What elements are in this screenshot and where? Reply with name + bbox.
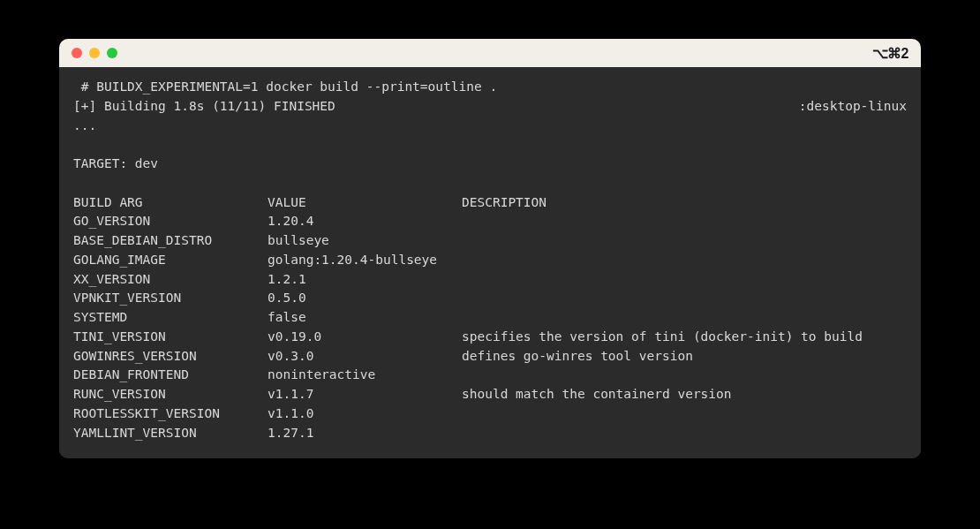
cell-description: should match the containerd version: [462, 385, 907, 404]
blank-line: [73, 174, 907, 193]
table-row: RUNC_VERSIONv1.1.7should match the conta…: [73, 385, 907, 404]
table-row: ROOTLESSKIT_VERSIONv1.1.0: [73, 404, 907, 424]
table-row: GOLANG_IMAGEgolang:1.20.4-bullseye: [73, 251, 907, 270]
blank-line: [73, 135, 907, 155]
terminal-body[interactable]: # BUILDX_EXPERIMENTAL=1 docker build --p…: [59, 67, 921, 458]
cell-description: [462, 289, 907, 308]
table-row: TINI_VERSIONv0.19.0specifies the version…: [73, 328, 907, 347]
close-icon[interactable]: [72, 48, 82, 58]
table-row: GOWINRES_VERSIONv0.3.0defines go-winres …: [73, 347, 907, 367]
cell-description: [462, 424, 907, 443]
cell-arg: XX_VERSION: [73, 270, 268, 290]
cell-arg: RUNC_VERSION: [73, 385, 268, 404]
ellipsis-line: ...: [73, 117, 907, 136]
cell-value: false: [268, 308, 462, 328]
cell-value: 0.5.0: [268, 289, 462, 308]
cell-description: [462, 212, 907, 231]
command-line: # BUILDX_EXPERIMENTAL=1 docker build --p…: [73, 78, 907, 97]
header-arg: BUILD ARG: [73, 193, 268, 213]
cell-arg: ROOTLESSKIT_VERSION: [73, 404, 268, 424]
titlebar[interactable]: ⌥⌘2: [59, 39, 921, 67]
table-row: BASE_DEBIAN_DISTRObullseye: [73, 231, 907, 251]
traffic-lights: [72, 48, 117, 58]
table-header-row: BUILD ARG VALUE DESCRIPTION: [73, 193, 907, 213]
header-description: DESCRIPTION: [462, 193, 907, 213]
build-status-left: [+] Building 1.8s (11/11) FINISHED: [73, 97, 335, 117]
cell-value: v0.19.0: [268, 328, 462, 347]
cell-arg: GOLANG_IMAGE: [73, 251, 268, 270]
cell-description: [462, 231, 907, 251]
cell-value: noninteractive: [268, 366, 462, 385]
cell-value: 1.27.1: [268, 424, 462, 443]
cell-arg: SYSTEMD: [73, 308, 268, 328]
cell-description: [462, 270, 907, 290]
titlebar-shortcut: ⌥⌘2: [872, 45, 908, 62]
cell-arg: TINI_VERSION: [73, 328, 268, 347]
cell-arg: BASE_DEBIAN_DISTRO: [73, 231, 268, 251]
cell-description: specifies the version of tini (docker-in…: [462, 328, 907, 347]
minimize-icon[interactable]: [89, 48, 100, 58]
cell-value: v0.3.0: [268, 347, 462, 367]
terminal-window: ⌥⌘2 # BUILDX_EXPERIMENTAL=1 docker build…: [59, 39, 921, 458]
cell-description: [462, 251, 907, 270]
cell-arg: VPNKIT_VERSION: [73, 289, 268, 308]
cell-value: bullseye: [268, 231, 462, 251]
cell-description: [462, 366, 907, 385]
table-row: YAMLLINT_VERSION1.27.1: [73, 424, 907, 443]
cell-description: [462, 308, 907, 328]
table-row: XX_VERSION1.2.1: [73, 270, 907, 290]
cell-arg: GO_VERSION: [73, 212, 268, 231]
cell-value: 1.20.4: [268, 212, 462, 231]
cell-arg: GOWINRES_VERSION: [73, 347, 268, 367]
cell-value: 1.2.1: [268, 270, 462, 290]
table-row: SYSTEMDfalse: [73, 308, 907, 328]
build-status-right: :desktop-linux: [799, 97, 907, 117]
target-line: TARGET: dev: [73, 155, 907, 174]
table-row: GO_VERSION1.20.4: [73, 212, 907, 231]
cell-arg: DEBIAN_FRONTEND: [73, 366, 268, 385]
table-row: DEBIAN_FRONTENDnoninteractive: [73, 366, 907, 385]
build-status-line: [+] Building 1.8s (11/11) FINISHED :desk…: [73, 97, 907, 117]
cell-description: defines go-winres tool version: [462, 347, 907, 367]
maximize-icon[interactable]: [107, 48, 117, 58]
cell-value: golang:1.20.4-bullseye: [268, 251, 462, 270]
table-row: VPNKIT_VERSION0.5.0: [73, 289, 907, 308]
cell-value: v1.1.0: [268, 404, 462, 424]
cell-arg: YAMLLINT_VERSION: [73, 424, 268, 443]
header-value: VALUE: [268, 193, 462, 213]
cell-description: [462, 404, 907, 424]
cell-value: v1.1.7: [268, 385, 462, 404]
